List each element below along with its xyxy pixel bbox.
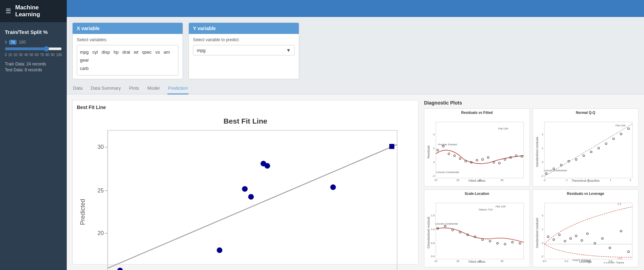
svg-point-57 (504, 159, 506, 160)
svg-point-111 (504, 243, 506, 245)
x-variable-tags[interactable]: mpg cyl disp hp drat wt qsec vs am gearc… (77, 45, 178, 75)
svg-text:20: 20 (457, 179, 459, 182)
svg-text:Theoretical Quantiles: Theoretical Quantiles (571, 179, 600, 183)
svg-text:-1: -1 (565, 179, 568, 182)
slider-ticks: 0102030405060708090100 (5, 53, 62, 57)
scale-location-title: Scale-Location (426, 192, 527, 196)
svg-text:15: 15 (434, 179, 437, 182)
svg-text:2: 2 (542, 133, 543, 136)
svg-point-47 (448, 153, 450, 155)
svg-point-138 (601, 237, 603, 239)
svg-point-28 (248, 194, 254, 200)
svg-text:2: 2 (542, 214, 543, 217)
svg-point-135 (581, 240, 582, 241)
svg-text:30: 30 (500, 260, 503, 263)
svg-text:-1.5: -1.5 (617, 256, 622, 260)
residuals-vs-fitted-svg: Fitted values Residuals 15 20 25 30 -2 0… (426, 115, 527, 187)
tabs-bar: Data Data Summary Plots Model Prediction (67, 79, 644, 94)
svg-text:30: 30 (98, 144, 104, 150)
train-test-slider[interactable] (5, 46, 62, 52)
svg-point-141 (628, 251, 629, 252)
svg-point-56 (498, 162, 500, 164)
tab-prediction[interactable]: Prediction (167, 83, 189, 94)
svg-point-105 (459, 231, 461, 233)
x-variable-panel: X variable Select variables: mpg cyl dis… (72, 22, 183, 79)
svg-text:1.0: 1.0 (431, 228, 435, 231)
svg-point-129 (547, 236, 549, 237)
svg-text:2: 2 (630, 179, 631, 182)
svg-text:◦Lincoln Continental◦: ◦Lincoln Continental◦ (543, 169, 568, 172)
svg-point-136 (587, 233, 588, 234)
svg-point-53 (482, 159, 484, 160)
svg-text:0: 0 (588, 179, 589, 182)
svg-text:Fitted values: Fitted values (469, 260, 486, 263)
svg-text:30: 30 (500, 179, 503, 182)
normal-qq-title: Normal Q-Q (535, 111, 636, 115)
svg-text:25: 25 (478, 260, 481, 263)
x-variable-header: X variable (73, 23, 183, 34)
svg-text:0: 0 (542, 161, 543, 164)
scale-location-plot: Scale-Location Fitted values √|Standardi… (424, 189, 530, 268)
svg-point-45 (437, 149, 439, 151)
tab-data[interactable]: Data (72, 83, 83, 94)
tab-data-summary[interactable]: Data Summary (90, 83, 121, 94)
best-fit-svg: Best Fit Line Predicted Actual (77, 113, 414, 270)
svg-text:1.5: 1.5 (617, 202, 621, 206)
svg-text:Standardized residuals: Standardized residuals (535, 136, 539, 167)
svg-point-82 (583, 155, 585, 156)
tab-plots[interactable]: Plots (128, 83, 140, 94)
svg-point-84 (598, 147, 599, 149)
svg-rect-119 (544, 203, 632, 259)
y-variable-select[interactable]: mpg ▼ (193, 45, 295, 55)
svg-text:√|Standardized residual|: √|Standardized residual| (427, 217, 430, 249)
svg-point-52 (476, 159, 478, 161)
tab-model[interactable]: Model (147, 83, 160, 94)
svg-text:1.5: 1.5 (431, 214, 435, 217)
slider-row: 0 75 100 (5, 40, 62, 45)
svg-text:-2: -2 (432, 174, 435, 178)
svg-point-134 (575, 235, 577, 237)
svg-point-130 (553, 238, 554, 240)
normal-qq-svg: Theoretical Quantiles Standardized resid… (535, 115, 636, 187)
residuals-vs-leverage-plot: Residuals vs Leverage Leverage Standardi… (533, 189, 638, 268)
svg-text:0.2: 0.2 (565, 260, 569, 263)
residuals-vs-fitted-title: Residuals vs Fitted (426, 111, 527, 115)
svg-text:4: 4 (433, 133, 435, 136)
slider-min-label: 0 (5, 40, 7, 44)
svg-text:Fiat 128◦: Fiat 128◦ (616, 124, 626, 127)
svg-text:Predicted: Predicted (79, 199, 86, 225)
residuals-vs-leverage-svg: Leverage Standardized residuals 0.0 0.2 … (535, 196, 636, 268)
y-variable-panel: Y variable Select variable to predict: m… (188, 22, 299, 79)
normal-qq-plot: Normal Q-Q Theoretical Quantiles Standar… (533, 108, 638, 187)
svg-point-112 (512, 241, 513, 243)
sidebar-header: ☰ Machine Learning (0, 0, 67, 22)
svg-text:20: 20 (98, 230, 104, 236)
svg-point-31 (330, 184, 336, 190)
svg-point-88 (628, 128, 629, 129)
svg-text:20: 20 (457, 260, 459, 263)
y-variable-selected: mpg (197, 48, 205, 53)
svg-point-133 (570, 237, 571, 239)
svg-point-81 (575, 159, 577, 160)
svg-point-140 (620, 230, 622, 232)
svg-text:Fiat 128◦: Fiat 128◦ (498, 127, 509, 130)
svg-point-24 (117, 268, 123, 270)
svg-text:-2: -2 (541, 255, 543, 258)
svg-point-49 (459, 158, 461, 160)
svg-rect-33 (108, 130, 397, 270)
svg-rect-36 (436, 122, 524, 178)
svg-rect-93 (436, 203, 524, 259)
svg-line-23 (108, 145, 397, 269)
sidebar: ☰ Machine Learning Train/Test Split % 0 … (0, 0, 67, 270)
svg-point-79 (560, 164, 562, 166)
sidebar-content: Train/Test Split % 0 75 100 010203040506… (0, 22, 67, 270)
svg-text:15: 15 (434, 260, 437, 263)
svg-text:0.5: 0.5 (431, 242, 435, 245)
svg-text:Fiat 128◦: Fiat 128◦ (496, 205, 506, 208)
svg-text:0: 0 (542, 242, 543, 245)
svg-point-27 (242, 186, 248, 192)
svg-point-113 (519, 242, 521, 244)
svg-text:1: 1 (542, 228, 543, 231)
hamburger-icon[interactable]: ☰ (6, 7, 11, 15)
svg-point-139 (609, 247, 611, 249)
